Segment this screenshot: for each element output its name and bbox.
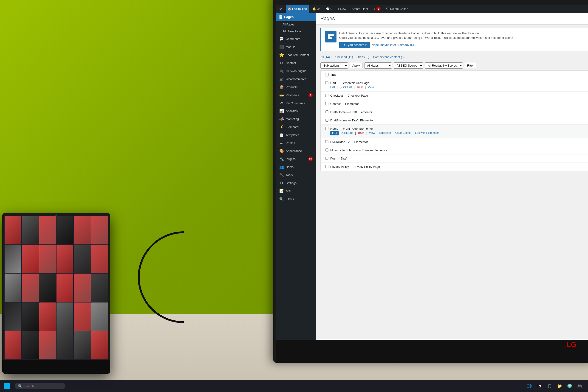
row-content-privacy: Privacy Policy — Privacy Policy Page	[330, 165, 587, 168]
notifications-bar[interactable]: 🔔 34	[311, 4, 322, 13]
start-button[interactable]	[0, 380, 14, 392]
trash-cart[interactable]: Trash	[357, 86, 363, 89]
sidebar-item-woocommerce[interactable]: 🛒 WooCommerce	[276, 75, 316, 83]
sidebar-item-add-new[interactable]: Add New Page	[276, 28, 316, 35]
quick-edit-cart[interactable]: Quick Edit	[340, 86, 352, 89]
contact-icon: ✉	[279, 61, 284, 65]
featured-content-icon: ⭐	[279, 53, 284, 57]
row-checkbox-checkout[interactable]	[323, 94, 330, 97]
row-checkbox-moto-form[interactable]	[323, 148, 330, 152]
sidebar-item-featured-content[interactable]: ⭐ Featured Content	[276, 51, 316, 59]
all-dates-select[interactable]: All dates	[364, 62, 392, 68]
row-checkbox-privacy[interactable]	[323, 165, 330, 168]
sidebar-item-analytics[interactable]: 📊 Analytics	[276, 107, 316, 115]
sidebar-header[interactable]: 📄 Pages	[276, 13, 316, 21]
photo-4	[57, 216, 73, 244]
sidebar-item-acf[interactable]: 📝 ACF	[276, 187, 316, 195]
sidebar-item-plugins[interactable]: 🔧 Plugins 28	[276, 155, 316, 163]
row-content-draft2: Draft2-Home — Draft. Elementor	[330, 119, 587, 122]
edit-elementor-home[interactable]: Edit with Elementor	[415, 131, 439, 136]
marketing-icon: 📣	[279, 117, 284, 121]
sidebar-item-comments[interactable]: 💬 Comments	[276, 35, 316, 43]
woocommerce-label: WooCommerce	[286, 77, 307, 81]
smart-slider-bar[interactable]: Smart Slider	[350, 4, 370, 13]
sidebar-item-modula[interactable]: ⬛ Modula	[276, 43, 316, 51]
sidebar-item-users[interactable]: 👥 Users	[276, 163, 316, 171]
sidebar-item-contact[interactable]: ✉ Contact	[276, 59, 316, 67]
row-checkbox-draft-home[interactable]	[323, 110, 330, 114]
view-cart[interactable]: View	[368, 86, 374, 89]
taskbar-game-icon[interactable]: 🎮	[575, 382, 584, 390]
templates-icon: 📋	[279, 133, 284, 137]
readability-select[interactable]: All Readability Scores	[425, 62, 463, 68]
sidebar-item-tools[interactable]: 🔨 Tools	[276, 171, 316, 179]
seo-scores-select[interactable]: All SEO Scores	[394, 62, 423, 68]
filter-published[interactable]: Published (11)	[334, 55, 353, 59]
sidebar-item-elementor[interactable]: ⚡ Elementor	[276, 123, 316, 131]
table-row: Post — Draft	[321, 154, 588, 163]
row-checkbox-contact[interactable]	[323, 102, 330, 105]
tools-icon: 🔨	[279, 173, 284, 177]
taskbar-search-box[interactable]: 🔍	[15, 383, 65, 389]
sidebar-item-appearance[interactable]: 🎨 Appearance	[276, 147, 316, 155]
filter-all[interactable]: All (14)	[321, 55, 330, 59]
row-actions-cart: Edit| Quick Edit| Trash| View	[330, 86, 587, 89]
products-label: Products	[286, 86, 298, 89]
taskbar-globe-icon[interactable]: 🌐	[525, 382, 534, 390]
yoast-bar[interactable]: Y 1	[372, 4, 383, 13]
sidebar-item-getwoo[interactable]: 🔌 GetWooPlugins	[276, 67, 316, 75]
photo-23	[74, 302, 91, 331]
clear-cache-home[interactable]: Clear Cache	[395, 131, 411, 136]
row-checkbox-ltv[interactable]	[323, 140, 330, 143]
sidebar-item-printful[interactable]: 🖨 Printful	[276, 139, 316, 147]
filter-drafts[interactable]: Drafts (3)	[357, 55, 369, 59]
apply-button[interactable]: Apply	[350, 63, 363, 68]
view-home[interactable]: View	[369, 131, 375, 136]
site-name-bar[interactable]: 🏠 LiveToRide	[286, 4, 309, 13]
taskbar-browser-icon[interactable]: 🌍	[565, 382, 574, 390]
duplicate-home[interactable]: Duplicate	[379, 131, 391, 136]
monitor-frame: ⚙ 🏠 LiveToRide 🔔 34 💬 0 + New Smart Slid…	[273, 0, 588, 362]
notice-ok-button[interactable]: Ok, you deserve it	[339, 42, 370, 48]
filter-cornerstone[interactable]: Cornerstone content (0)	[373, 55, 405, 59]
sidebar-item-templates[interactable]: 📋 Templates	[276, 131, 316, 139]
taskbar-search-input[interactable]	[24, 384, 57, 388]
filters-icon: 🔍	[279, 197, 284, 201]
select-all-checkbox[interactable]	[323, 73, 330, 76]
row-checkbox-draft2[interactable]	[323, 119, 330, 122]
row-checkbox-post[interactable]	[323, 157, 330, 160]
notice-did-button[interactable]: I already did	[398, 42, 414, 48]
row-checkbox-cart[interactable]	[323, 81, 330, 84]
sidebar-item-settings[interactable]: ⚙ Settings	[276, 179, 316, 187]
settings-label: Settings	[286, 181, 297, 185]
sidebar-item-all-pages[interactable]: All Pages	[276, 21, 316, 28]
notice-maybe-button[interactable]: Nope, maybe later	[372, 42, 396, 48]
comments-bar[interactable]: 💬 0	[324, 4, 334, 13]
monitor-bezel-bottom: LG	[276, 340, 588, 362]
sidebar-item-yaycommerce[interactable]: 🛍 YayCommerce	[276, 99, 316, 107]
site-name-icon: 🏠	[287, 7, 291, 10]
row-checkbox-home[interactable]	[323, 127, 330, 130]
plugins-label: Plugins	[286, 157, 296, 161]
new-item-bar[interactable]: + New	[336, 4, 348, 13]
pages-icon: 📄	[279, 15, 283, 19]
trash-home[interactable]: Trash	[358, 131, 365, 136]
photo-8	[22, 245, 39, 273]
quick-edit-home[interactable]: Quick Edit	[341, 131, 353, 136]
edit-badge-home: Edit	[330, 131, 339, 136]
taskbar-files-icon[interactable]: 🗂	[535, 382, 544, 390]
sidebar-item-payments[interactable]: 💳 Payments 1	[276, 91, 316, 99]
sidebar-item-filters[interactable]: 🔍 Filters	[276, 195, 316, 203]
bulk-actions-select[interactable]: Bulk actions	[321, 62, 348, 68]
svg-rect-1	[330, 34, 332, 36]
sidebar-item-products[interactable]: 📦 Products	[276, 83, 316, 91]
table-header: Title	[321, 71, 588, 79]
sidebar-item-marketing[interactable]: 📣 Marketing	[276, 115, 316, 123]
taskbar-media-icon[interactable]: 🎵	[545, 382, 554, 390]
filter-button[interactable]: Filter	[465, 63, 476, 68]
delete-cache-bar[interactable]: 🛡 Delete Cache	[384, 4, 410, 13]
edit-cart[interactable]: Edit	[330, 86, 335, 89]
wp-logo[interactable]: ⚙	[277, 4, 284, 13]
taskbar-folder-icon[interactable]: 📁	[555, 382, 564, 390]
notif-count: 34	[317, 7, 320, 10]
